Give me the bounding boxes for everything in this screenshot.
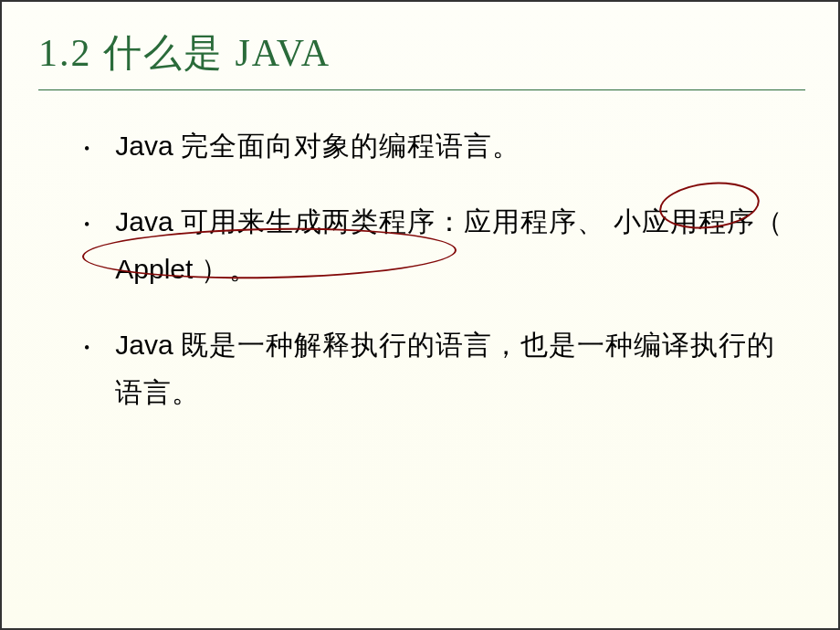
- slide-content: • Java 完全面向对象的编程语言。 • Java 可用来生成两类程序：应用程…: [2, 90, 838, 417]
- bullet-dot-icon: •: [84, 211, 89, 240]
- bullet-dot-icon: •: [84, 334, 89, 363]
- slide-container: 1.2 什么是 JAVA • Java 完全面向对象的编程语言。 • Java …: [0, 0, 840, 630]
- bullet-2-part2: ）。: [193, 254, 257, 284]
- slide-title: 1.2 什么是 JAVA: [2, 2, 838, 89]
- bullet-2-applet: Applet: [115, 254, 193, 284]
- bullet-text-2: Java 可用来生成两类程序：应用程序、 小应用程序（ Applet ）。: [115, 198, 783, 294]
- bullet-1-rest: 完全面向对象的编程语言。: [173, 131, 521, 161]
- bullet-3-prefix: Java: [115, 330, 173, 360]
- bullet-2-part1: 可用来生成两类程序：应用程序、 小应用程序（: [173, 206, 783, 236]
- bullet-text-3: Java 既是一种解释执行的语言，也是一种编译执行的语言。: [115, 321, 783, 417]
- bullet-1-prefix: Java: [115, 131, 173, 161]
- bullet-item-3: • Java 既是一种解释执行的语言，也是一种编译执行的语言。: [84, 321, 783, 417]
- bullet-2-prefix: Java: [115, 206, 173, 236]
- bullet-item-1: • Java 完全面向对象的编程语言。: [84, 122, 783, 171]
- bullet-dot-icon: •: [84, 135, 89, 164]
- bullet-item-2: • Java 可用来生成两类程序：应用程序、 小应用程序（ Applet ）。: [84, 198, 783, 294]
- bullet-text-1: Java 完全面向对象的编程语言。: [115, 122, 783, 171]
- bullet-3-rest: 既是一种解释执行的语言，也是一种编译执行的语言。: [115, 330, 775, 408]
